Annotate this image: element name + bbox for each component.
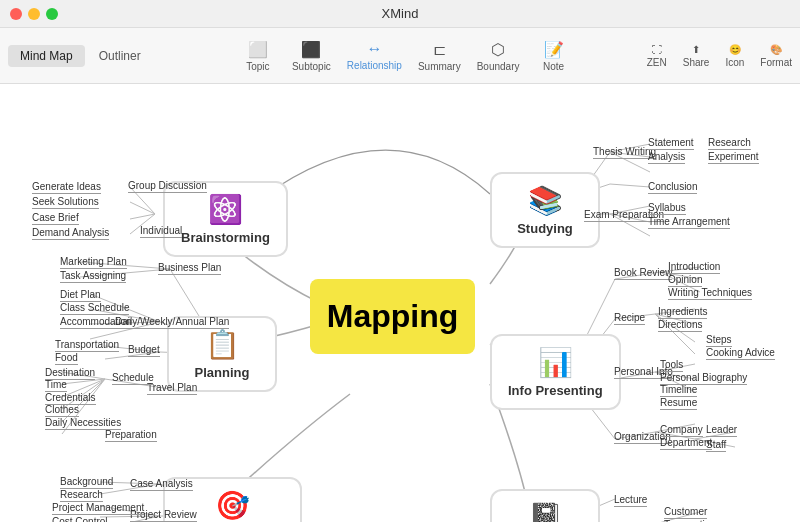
leaf-opinion: Opinion [668,274,702,287]
app-title: XMind [382,6,419,21]
tool-relationship[interactable]: ↔ Relationship [347,40,402,71]
leaf-time: Time [45,379,67,392]
branch-info-presenting[interactable]: 📊 Info Presenting [490,334,621,410]
leaf-group-discussion: Group Discussion [128,180,207,193]
leaf-travel-plan: Travel Plan [147,382,197,395]
format-icon: 🎨 [770,44,782,55]
tool-boundary[interactable]: ⬡ Boundary [477,40,520,72]
tool-summary[interactable]: ⊏ Summary [418,40,461,72]
tool-subtopic[interactable]: ⬛ Subtopic [292,40,331,72]
leaf-diet-plan: Diet Plan [60,289,101,302]
leaf-research-ps: Research [60,489,103,502]
leaf-company: Company [660,424,703,437]
toolbar-right-group: ⛶ ZEN ⬆ Share 😊 Icon 🎨 Format [647,44,792,68]
leaf-directions: Directions [658,319,702,332]
leaf-book-review: Book Review [614,267,672,280]
planning-icon: 📋 [205,328,240,361]
share-icon: ⬆ [692,44,700,55]
leaf-department: Department [660,437,712,450]
leaf-writing-techniques: Writing Techniques [668,287,752,300]
leaf-clothes: Clothes [45,404,79,417]
leaf-cost-control: Cost Control [52,516,108,522]
leaf-preparation: Preparation [105,429,157,442]
central-label: Mapping [327,298,459,335]
leaf-syllabus: Syllabus [648,202,686,215]
problem-solving-icon: 🎯 [215,489,250,522]
leaf-research: Research [708,137,751,150]
branch-box-note-taking: 📓 Note Taking [490,489,600,522]
subtopic-icon: ⬛ [301,40,321,59]
leaf-statement: Statement [648,137,694,150]
leaf-introduction: Introduction [668,261,720,274]
central-node[interactable]: Mapping [310,279,475,354]
branch-box-info-presenting: 📊 Info Presenting [490,334,621,410]
svg-line-11 [610,184,650,187]
leaf-leader: Leader [706,424,737,437]
toolbar: Mind Map Outliner ⬜ Topic ⬛ Subtopic ↔ R… [0,28,800,84]
leaf-lecture: Lecture [614,494,647,507]
leaf-transportation: Transportation [55,339,119,352]
leaf-background: Background [60,476,113,489]
view-tabs: Mind Map Outliner [8,45,153,67]
studying-icon: 📚 [528,184,563,217]
leaf-class-schedule: Class Schedule [60,302,129,315]
minimize-button[interactable] [28,8,40,20]
leaf-conclusion: Conclusion [648,181,697,194]
tool-icon[interactable]: 😊 Icon [725,44,744,68]
tool-zen[interactable]: ⛶ ZEN [647,44,667,68]
leaf-recipe: Recipe [614,312,645,325]
leaf-daily-weekly: Daily/Weekly/Annual Plan [115,316,229,329]
maximize-button[interactable] [46,8,58,20]
leaf-seek-solutions: Seek Solutions [32,196,99,209]
leaf-ingredients: Ingredients [658,306,707,319]
tool-format[interactable]: 🎨 Format [760,44,792,68]
leaf-accommodation: Accommodation [60,316,132,329]
planning-label: Planning [195,365,250,380]
leaf-budget: Budget [128,344,160,357]
tool-group: ⬜ Topic ⬛ Subtopic ↔ Relationship ⊏ Summ… [169,40,643,72]
zen-icon: ⛶ [652,44,662,55]
info-presenting-label: Info Presenting [508,383,603,398]
brainstorming-label: Brainstorming [181,230,270,245]
boundary-icon: ⬡ [491,40,505,59]
tab-mindmap[interactable]: Mind Map [8,45,85,67]
summary-icon: ⊏ [433,40,446,59]
leaf-tools: Tools [660,359,683,372]
branch-note-taking[interactable]: 📓 Note Taking [490,489,600,522]
leaf-generate-ideas: Generate Ideas [32,181,101,194]
leaf-individual: Individual [140,225,182,238]
leaf-food: Food [55,352,78,365]
titlebar: XMind [0,0,800,28]
tool-note[interactable]: 📝 Note [536,40,572,72]
leaf-time-arrangement: Time Arrangement [648,216,730,229]
note-icon: 📝 [544,40,564,59]
leaf-staff: Staff [706,439,726,452]
relationship-icon: ↔ [366,40,382,58]
leaf-schedule: Schedule [112,372,154,385]
brainstorming-icon: ⚛️ [208,193,243,226]
note-taking-icon: 📓 [528,501,563,522]
tool-topic[interactable]: ⬜ Topic [240,40,276,72]
topic-icon: ⬜ [248,40,268,59]
leaf-project-management: Project Management [52,502,144,515]
emoji-icon: 😊 [729,44,741,55]
leaf-resume: Resume [660,397,697,410]
tool-share[interactable]: ⬆ Share [683,44,710,68]
canvas[interactable]: Mapping ⚛️ Brainstorming 📚 Studying 📋 Pl… [0,84,800,522]
leaf-experiment: Experiment [708,151,759,164]
tab-outliner[interactable]: Outliner [87,45,153,67]
info-presenting-icon: 📊 [538,346,573,379]
leaf-analysis: Analysis [648,151,685,164]
leaf-thesis-writing: Thesis Writing [593,146,656,159]
window-controls [10,8,58,20]
leaf-demand-analysis: Demand Analysis [32,227,109,240]
leaf-steps: Steps [706,334,732,347]
close-button[interactable] [10,8,22,20]
leaf-task-assigning: Task Assigning [60,270,126,283]
leaf-marketing-plan: Marketing Plan [60,256,127,269]
svg-line-1 [130,202,155,214]
studying-label: Studying [517,221,573,236]
leaf-customer: Customer [664,506,707,519]
leaf-business-plan: Business Plan [158,262,221,275]
leaf-timeline: Timeline [660,384,697,397]
